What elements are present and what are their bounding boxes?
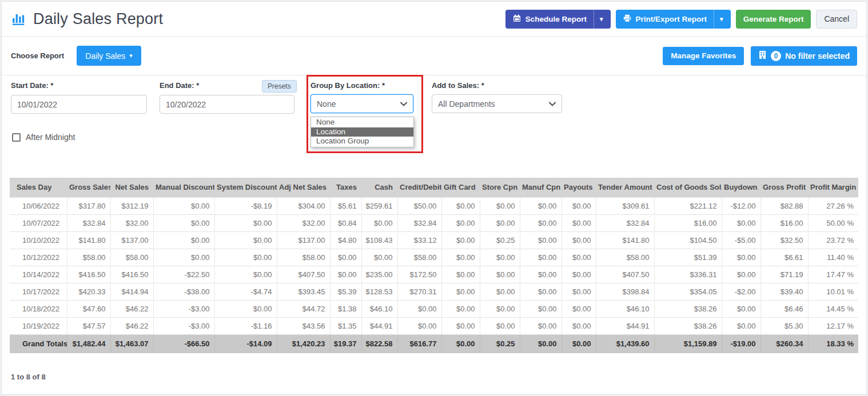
end-date-value: 10/20/2022 [166, 100, 206, 109]
table-cell: $0.00 [520, 317, 562, 334]
table-cell: $0.84 [330, 214, 361, 231]
column-header: Taxes [330, 178, 361, 197]
add-to-sales-select[interactable]: All Departments [432, 94, 562, 113]
table-cell: $0.00 [153, 197, 214, 214]
table-cell: $5.39 [330, 283, 361, 300]
after-midnight-checkbox[interactable] [12, 133, 21, 142]
column-header: Gross Sales [67, 178, 110, 197]
table-cell: $0.00 [562, 231, 596, 249]
dropdown-option[interactable]: Location [311, 127, 413, 137]
table-row: 10/14/2022$416.50$416.50-$22.50$0.00$407… [10, 266, 858, 283]
column-header: Gift Card [441, 178, 480, 197]
manage-favorites-button[interactable]: Manage Favorites [663, 47, 744, 65]
table-cell: $354.05 [654, 283, 722, 300]
table-cell: $0.00 [722, 214, 761, 231]
table-row: 10/07/2022$32.84$32.00$0.00$0.00$32.00$0… [10, 214, 858, 231]
table-cell: $270.31 [397, 283, 441, 300]
table-cell: -$19.00 [722, 334, 761, 353]
after-midnight-checkbox-row[interactable]: After Midnight [12, 133, 75, 142]
table-cell: $0.00 [441, 317, 480, 334]
chevron-down-icon: ▾ [129, 52, 133, 59]
table-cell: $0.00 [722, 249, 761, 266]
table-cell: $0.25 [480, 334, 520, 353]
table-cell: $616.77 [397, 334, 441, 353]
sales-day-cell: Grand Totals: [10, 334, 67, 353]
table-cell: $46.10 [361, 300, 397, 317]
filters-section: Start Date: * 10/01/2022 End Date: * Pre… [2, 75, 866, 178]
table-cell: 50.00 % [808, 214, 858, 231]
bar-chart-icon [11, 11, 26, 26]
table-cell: $1.35 [330, 317, 361, 334]
group-by-location-options-popup: NoneLocationLocation Group [310, 117, 414, 147]
table-cell: $336.31 [654, 266, 722, 283]
table-header-row: Sales DayGross SalesNet SalesManual Disc… [10, 178, 858, 197]
dropdown-option[interactable]: None [311, 118, 413, 127]
table-cell: $0.00 [330, 266, 361, 283]
table-cell: $4.80 [330, 231, 361, 249]
table-cell: 27.26 % [808, 197, 858, 214]
table-cell: $6.61 [761, 249, 808, 266]
table-cell: $0.00 [441, 300, 480, 317]
table-row: 10/19/2022$47.57$46.22-$3.00-$1.16$43.56… [10, 317, 858, 334]
table-cell: $38.26 [654, 300, 722, 317]
table-cell: $137.00 [277, 231, 330, 249]
table-cell: -$3.00 [153, 317, 214, 334]
daily-sales-table: Sales DayGross SalesNet SalesManual Disc… [10, 178, 858, 353]
table-cell: $0.00 [480, 197, 520, 214]
table-cell: $46.22 [110, 317, 153, 334]
report-type-dropdown[interactable]: Daily Sales ▾ [77, 46, 141, 66]
report-type-value: Daily Sales [85, 51, 125, 61]
location-filter-button[interactable]: 0 No filter selected [751, 46, 857, 66]
column-header: Gross Profit [761, 178, 808, 197]
table-cell: $32.84 [397, 214, 441, 231]
column-header: Profit Margin [808, 178, 858, 197]
table-cell: $0.25 [480, 231, 520, 249]
table-cell: $128.53 [361, 283, 397, 300]
table-cell: $0.00 [214, 300, 277, 317]
table-cell: $0.00 [562, 249, 596, 266]
table-cell: $0.00 [722, 317, 761, 334]
start-date-input[interactable]: 10/01/2022 [11, 95, 147, 114]
table-cell: $6.46 [761, 300, 808, 317]
chevron-down-icon[interactable]: ▾ [594, 10, 603, 29]
chevron-down-icon[interactable]: ▾ [714, 10, 723, 29]
table-cell: -$5.00 [722, 231, 761, 249]
table-cell: $309.61 [596, 197, 654, 214]
table-cell: $0.00 [397, 317, 441, 334]
group-by-location-select[interactable]: None [310, 94, 413, 113]
table-cell: -$14.09 [214, 334, 277, 353]
table-cell: $19.37 [330, 334, 361, 353]
table-cell: $822.58 [361, 334, 397, 353]
dropdown-option[interactable]: Location Group [311, 137, 413, 146]
presets-button[interactable]: Presets [262, 80, 297, 93]
table-cell: $172.50 [397, 266, 441, 283]
table-cell: 18.33 % [808, 334, 858, 353]
table-cell: $0.00 [153, 249, 214, 266]
table-cell: $0.00 [441, 283, 480, 300]
table-cell: -$12.00 [722, 197, 761, 214]
schedule-report-button[interactable]: Schedule Report ▾ [505, 10, 611, 29]
table-cell: $0.00 [441, 214, 480, 231]
pagination-range-text: 1 to 8 of 8 [11, 373, 866, 381]
generate-report-button[interactable]: Generate Report [736, 10, 811, 29]
generate-report-label: Generate Report [743, 15, 804, 23]
printer-icon [623, 14, 631, 24]
table-cell: $46.22 [110, 300, 153, 317]
table-cell: -$22.50 [153, 266, 214, 283]
table-cell: $108.43 [361, 231, 397, 249]
after-midnight-label: After Midnight [26, 133, 75, 142]
table-cell: $16.00 [761, 214, 808, 231]
table-cell: $0.00 [520, 197, 562, 214]
end-date-input[interactable]: 10/20/2022 [160, 95, 294, 114]
table-cell: -$4.74 [214, 283, 277, 300]
column-header: Sales Day [10, 178, 67, 197]
table-cell: $0.00 [441, 266, 480, 283]
column-header: Cost of Goods Sold [654, 178, 722, 197]
table-cell: $5.30 [761, 317, 808, 334]
table-cell: $0.00 [153, 214, 214, 231]
table-cell: $0.00 [441, 334, 480, 353]
print-export-report-button[interactable]: Print/Export Report ▾ [616, 10, 731, 29]
table-cell: $44.91 [596, 317, 654, 334]
table-cell: $416.50 [67, 266, 110, 283]
cancel-button[interactable]: Cancel [816, 10, 857, 29]
